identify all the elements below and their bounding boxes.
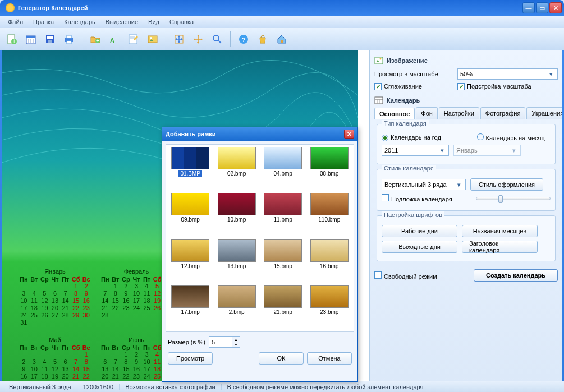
smoothing-checkbox[interactable]: ✔Сглаживание (374, 83, 453, 90)
add-folder-icon[interactable]: + (87, 31, 104, 48)
group-style-legend: Стиль календаря (382, 165, 436, 172)
thumb-item[interactable]: 110.bmp (308, 193, 352, 237)
thumb-item[interactable]: 12.bmp (168, 239, 213, 283)
style-button[interactable]: Стиль оформления (470, 178, 543, 191)
free-mode-checkbox[interactable]: Свободный режим (374, 271, 453, 280)
new-file-icon[interactable]: + (3, 31, 20, 48)
svg-point-29 (380, 58, 382, 60)
backing-slider[interactable] (476, 197, 551, 200)
svg-point-23 (213, 35, 219, 41)
status-style: Вертикальный 3 ряда (3, 384, 77, 390)
help-icon[interactable]: ? (235, 31, 252, 48)
menu-календарь[interactable]: Календарь (59, 17, 100, 27)
thumb-item[interactable]: 10.bmp (215, 193, 259, 237)
svg-rect-30 (375, 97, 383, 104)
workdays-button[interactable]: Рабочие дни (382, 225, 457, 237)
thumb-grid[interactable]: 01.BMP02.bmp04.bmp08.bmp09.bmp10.bmp11.b… (166, 144, 354, 332)
maximize-button[interactable]: ▭ (536, 2, 548, 13)
add-frames-dialog: Добавить рамки ✕ 01.BMP02.bmp04.bmp08.bm… (162, 127, 358, 382)
month-select: Январь▾ (453, 145, 521, 156)
menu-правка[interactable]: Правка (29, 17, 58, 27)
minimize-button[interactable]: — (522, 2, 535, 13)
backing-checkbox[interactable]: Подложка календаря (382, 194, 460, 202)
app-icon (6, 3, 15, 12)
spin-down-icon[interactable]: ▼ (232, 342, 240, 347)
calendar-header: Календарь (387, 97, 420, 104)
status-size: 1200x1600 (77, 384, 120, 390)
calendar-icon[interactable] (22, 31, 39, 48)
svg-rect-10 (48, 40, 52, 43)
image-icon[interactable] (144, 31, 161, 48)
svg-rect-28 (375, 57, 383, 64)
text-icon[interactable]: A (106, 31, 123, 48)
dialog-title: Добавить рамки (166, 131, 216, 137)
size-label: Размер (в %) (168, 339, 205, 345)
year-select[interactable]: 2011▾ (382, 145, 449, 156)
svg-rect-9 (47, 36, 53, 39)
cancel-button[interactable]: Отмена (307, 352, 352, 365)
monthnames-button[interactable]: Названия месяцев (462, 225, 538, 237)
svg-rect-13 (67, 41, 71, 44)
preview-button[interactable]: Просмотр (168, 352, 213, 365)
thumb-item[interactable]: 16.bmp (308, 239, 352, 283)
spin-up-icon[interactable]: ▲ (232, 337, 240, 342)
holidays-button[interactable]: Выходные дни (382, 241, 457, 253)
tab-2[interactable]: Настройки (439, 107, 479, 119)
image-panel-icon (374, 56, 383, 65)
thumb-item[interactable]: 15.bmp (261, 239, 305, 283)
svg-text:A: A (110, 37, 114, 44)
thumb-item[interactable]: 08.bmp (308, 147, 352, 191)
close-button[interactable]: ✕ (549, 2, 562, 13)
group-type-legend: Тип календаря (382, 120, 429, 127)
fit-checkbox[interactable]: ✔Подстройка масштаба (457, 83, 536, 90)
save-icon[interactable] (42, 31, 58, 48)
image-header: Изображение (387, 57, 428, 64)
thumb-item[interactable]: 23.bmp (308, 285, 352, 329)
svg-text:?: ? (242, 36, 246, 43)
tab-4[interactable]: Украшения (526, 107, 562, 119)
dialog-close-button[interactable]: ✕ (344, 130, 354, 139)
zoom-select[interactable]: 50%▾ (457, 68, 558, 80)
home-icon[interactable] (273, 31, 290, 48)
tab-1[interactable]: Фон (416, 107, 438, 119)
calendar-month: МайПнВтСрЧтПтСбВс12345678910111213141516… (19, 336, 91, 381)
thumb-item[interactable]: 2.bmp (215, 285, 259, 329)
thumb-item[interactable]: 09.bmp (168, 193, 213, 237)
radio-year[interactable]: Календарь на год (382, 134, 456, 141)
menu-справка[interactable]: Справка (165, 17, 198, 27)
edit-icon[interactable] (125, 31, 142, 48)
move-icon[interactable] (171, 31, 187, 48)
thumb-item[interactable]: 02.bmp (215, 147, 259, 191)
caltitle-button[interactable]: Заголовок календаря (462, 241, 538, 253)
calendar-panel-icon (374, 96, 383, 105)
menu-выделение[interactable]: Выделение (101, 17, 143, 27)
thumb-item[interactable]: 04.bmp (261, 147, 305, 191)
svg-rect-12 (67, 35, 71, 38)
thumb-item[interactable]: 11.bmp (261, 193, 305, 237)
radio-month[interactable]: Календарь на месяц (477, 133, 551, 141)
style-select[interactable]: Вертикальный 3 ряда▾ (382, 179, 466, 190)
create-calendar-button[interactable]: Создать календарь (474, 269, 558, 282)
tab-0[interactable]: Основное (374, 108, 415, 119)
thumb-item[interactable]: 17.bmp (168, 285, 213, 329)
svg-rect-20 (148, 36, 157, 43)
svg-rect-27 (281, 40, 283, 43)
menu-вид[interactable]: Вид (144, 17, 164, 27)
svg-point-21 (150, 37, 152, 39)
window-title: Генератор Календарей (18, 4, 521, 11)
zoom-label: Просмотр в масштабе (374, 71, 453, 77)
thumb-item[interactable]: 21.bmp (261, 285, 305, 329)
thumb-item[interactable]: 01.BMP (168, 147, 213, 191)
arrows-icon[interactable] (190, 31, 207, 48)
calendar-month: ЯнварьПнВтСрЧтПтСбВс12345678910111213141… (19, 268, 91, 326)
group-fonts-legend: Настройка шрифтов (382, 211, 444, 218)
ok-button[interactable]: ОК (259, 352, 304, 365)
tab-3[interactable]: Фотография (480, 107, 526, 119)
shop-icon[interactable] (254, 31, 271, 48)
menu-файл[interactable]: Файл (3, 17, 27, 27)
thumb-item[interactable]: 13.bmp (215, 239, 259, 283)
size-spinner[interactable]: ▲▼ (209, 336, 240, 348)
size-input[interactable] (209, 339, 232, 345)
zoom-icon[interactable] (209, 31, 226, 48)
print-icon[interactable] (61, 31, 77, 48)
